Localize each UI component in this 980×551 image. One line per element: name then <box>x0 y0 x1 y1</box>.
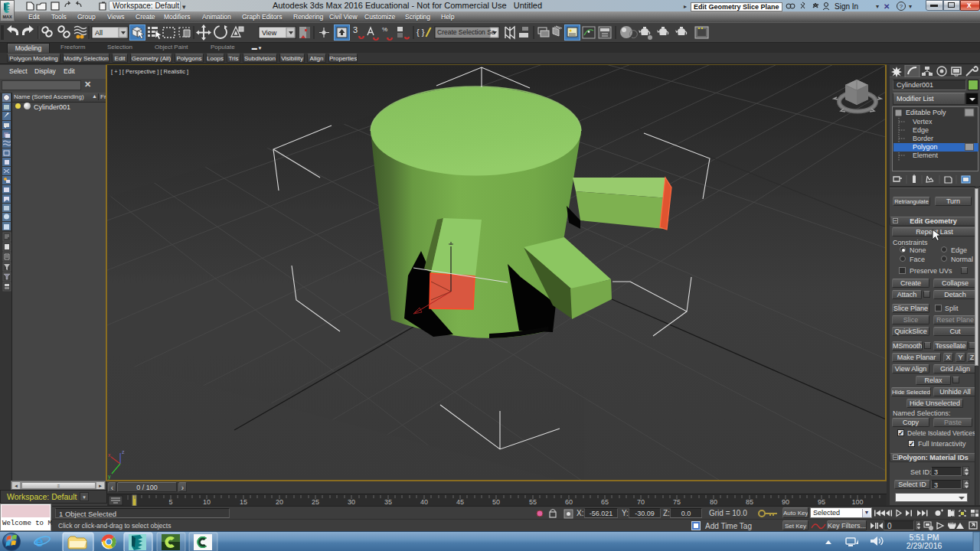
svg-text:35: 35 <box>384 498 392 506</box>
svg-text:%: % <box>382 26 387 33</box>
svg-text:90: 90 <box>782 498 789 506</box>
svg-text:85: 85 <box>746 498 753 506</box>
svg-text:100: 100 <box>851 498 863 506</box>
svg-text:70: 70 <box>637 498 645 506</box>
svg-text:65: 65 <box>601 498 609 506</box>
svg-text:✕: ✕ <box>884 2 890 11</box>
svg-text:All: All <box>95 29 103 37</box>
svg-text:60: 60 <box>565 498 573 506</box>
svg-text:e: e <box>35 533 44 549</box>
svg-text:▾: ▾ <box>909 3 912 10</box>
svg-text:MAX: MAX <box>2 15 12 19</box>
svg-text:y: y <box>108 474 111 480</box>
svg-text:3: 3 <box>353 25 358 34</box>
svg-text:x: x <box>108 452 111 458</box>
svg-text:45: 45 <box>456 498 464 506</box>
svg-text:5: 5 <box>168 498 172 506</box>
svg-text:Create Selection Se: Create Selection Se <box>437 28 495 36</box>
svg-text:?: ? <box>900 3 903 10</box>
svg-text:View: View <box>262 29 277 37</box>
svg-text:2/29/2016: 2/29/2016 <box>906 541 942 550</box>
svg-text:50: 50 <box>492 498 500 506</box>
svg-text:30: 30 <box>348 498 355 506</box>
svg-text:15: 15 <box>240 498 247 506</box>
svg-text:80: 80 <box>710 498 717 506</box>
svg-text:[ + ] [ Perspective ] [ Realis: [ + ] [ Perspective ] [ Realistic ] <box>111 68 188 75</box>
svg-text:Sign In: Sign In <box>835 2 858 11</box>
svg-text:z: z <box>122 449 125 455</box>
svg-text:55: 55 <box>529 498 537 506</box>
svg-text:10: 10 <box>203 498 211 506</box>
svg-text:20: 20 <box>276 498 283 506</box>
svg-text:40: 40 <box>420 498 428 506</box>
svg-text:95: 95 <box>818 498 825 506</box>
svg-text:25: 25 <box>312 498 319 506</box>
svg-text:{ }: { } <box>416 28 425 37</box>
svg-text:75: 75 <box>673 498 681 506</box>
svg-text:▾: ▾ <box>876 3 879 10</box>
